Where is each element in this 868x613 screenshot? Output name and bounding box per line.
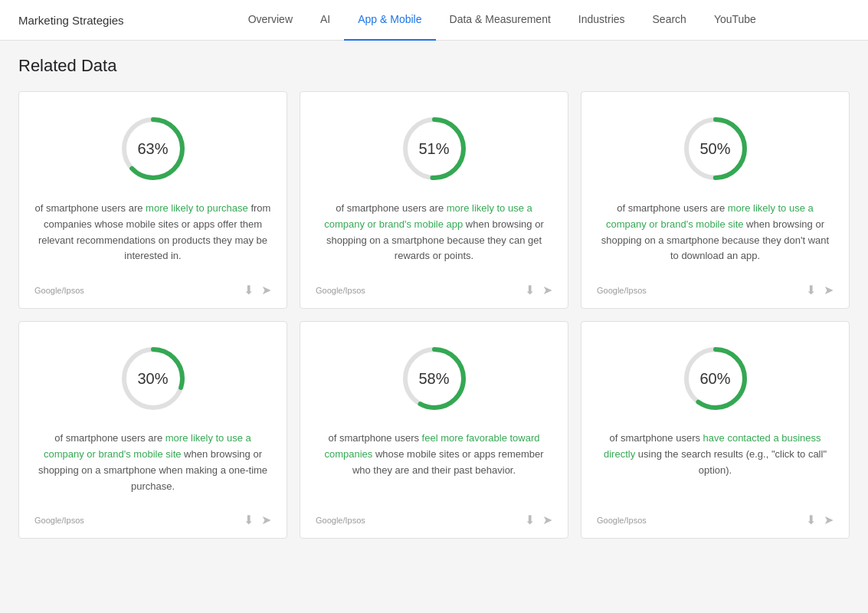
download-icon-5[interactable]: ⬇ [806,513,816,527]
card-4: 58%of smartphone users feel more favorab… [300,321,568,539]
share-icon-0[interactable]: ➤ [261,283,271,297]
cards-grid: 63%of smartphone users are more likely t… [18,91,850,539]
card-text-4: of smartphone users feel more favorable … [316,431,552,494]
card-actions-4: ⬇➤ [525,513,552,527]
donut-label-1: 51% [418,140,449,158]
donut-chart-5: 60% [677,340,754,417]
share-icon-4[interactable]: ➤ [542,513,552,527]
card-source-3: Google/Ipsos [34,516,84,525]
card-footer-4: Google/Ipsos⬇➤ [316,506,552,527]
card-highlight-0: more likely to purchase [146,202,248,214]
card-text-2: of smartphone users are more likely to u… [597,201,834,264]
nav-item-overview[interactable]: Overview [234,0,306,41]
card-highlight-4: feel more favorable toward companies [324,432,539,460]
main-content: Related Data 63%of smartphone users are … [0,41,868,613]
card-footer-3: Google/Ipsos⬇➤ [34,506,271,527]
card-highlight-5: have contacted a business directly [604,432,821,460]
nav-item-search[interactable]: Search [639,0,700,41]
card-text-5: of smartphone users have contacted a bus… [597,431,834,494]
card-footer-5: Google/Ipsos⬇➤ [597,506,834,527]
card-source-1: Google/Ipsos [316,286,365,295]
donut-chart-2: 50% [677,110,754,187]
share-icon-3[interactable]: ➤ [261,513,271,527]
card-footer-2: Google/Ipsos⬇➤ [597,277,834,297]
card-text-1: of smartphone users are more likely to u… [316,201,552,264]
page-title: Related Data [18,56,850,76]
share-icon-1[interactable]: ➤ [542,283,552,297]
nav-item-app---mobile[interactable]: App & Mobile [344,0,435,41]
card-highlight-3: more likely to use a company or brand's … [44,432,251,460]
download-icon-2[interactable]: ⬇ [806,283,816,297]
card-1: 51%of smartphone users are more likely t… [300,91,568,309]
donut-label-5: 60% [699,370,730,388]
donut-chart-4: 58% [396,340,473,417]
card-source-5: Google/Ipsos [597,516,647,525]
card-footer-1: Google/Ipsos⬇➤ [316,277,552,297]
card-2: 50%of smartphone users are more likely t… [581,91,850,309]
main-nav: OverviewAIApp & MobileData & Measurement… [155,0,850,41]
card-actions-0: ⬇➤ [244,283,271,297]
donut-label-2: 50% [699,140,730,158]
card-0: 63%of smartphone users are more likely t… [18,91,287,309]
share-icon-5[interactable]: ➤ [824,513,834,527]
download-icon-4[interactable]: ⬇ [525,513,535,527]
share-icon-2[interactable]: ➤ [824,283,834,297]
card-source-0: Google/Ipsos [34,286,84,295]
download-icon-0[interactable]: ⬇ [244,283,254,297]
card-highlight-1: more likely to use a company or brand's … [324,202,532,230]
nav-item-ai[interactable]: AI [306,0,344,41]
card-actions-2: ⬇➤ [806,283,834,297]
card-5: 60%of smartphone users have contacted a … [581,321,850,539]
download-icon-1[interactable]: ⬇ [525,283,535,297]
card-actions-3: ⬇➤ [244,513,271,527]
card-source-4: Google/Ipsos [316,516,365,525]
donut-chart-1: 51% [396,110,473,187]
donut-chart-0: 63% [115,110,192,187]
donut-label-4: 58% [418,370,449,388]
card-text-0: of smartphone users are more likely to p… [34,201,271,264]
header: Marketing Strategies OverviewAIApp & Mob… [0,0,868,41]
card-3: 30%of smartphone users are more likely t… [18,321,287,539]
nav-item-industries[interactable]: Industries [565,0,639,41]
card-actions-1: ⬇➤ [525,283,552,297]
nav-item-data---measurement[interactable]: Data & Measurement [436,0,565,41]
download-icon-3[interactable]: ⬇ [244,513,254,527]
site-title: Marketing Strategies [18,14,124,27]
donut-chart-3: 30% [115,340,192,417]
card-text-3: of smartphone users are more likely to u… [34,431,271,494]
donut-label-0: 63% [137,140,168,158]
card-footer-0: Google/Ipsos⬇➤ [34,277,271,297]
donut-label-3: 30% [137,370,168,388]
nav-item-youtube[interactable]: YouTube [700,0,770,41]
card-actions-5: ⬇➤ [806,513,834,527]
card-source-2: Google/Ipsos [597,286,647,295]
card-highlight-2: more likely to use a company or brand's … [606,202,814,230]
